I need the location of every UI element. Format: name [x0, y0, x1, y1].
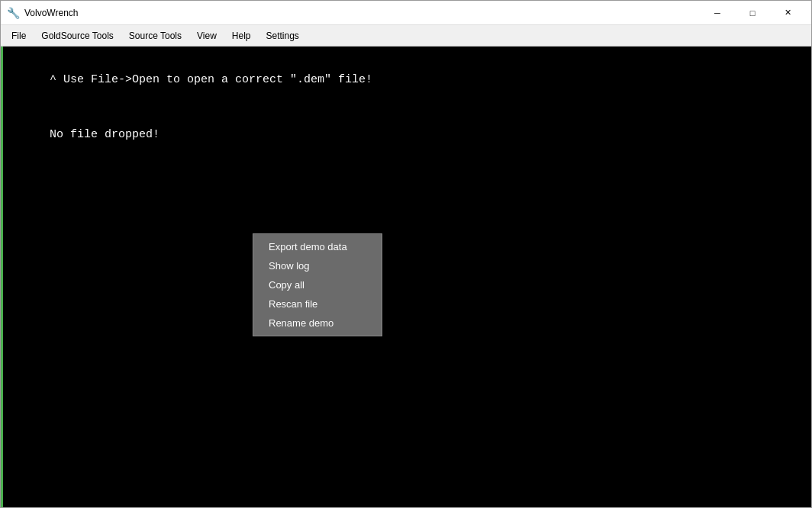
console-output: ^ Use File->Open to open a correct ".dem… [1, 47, 811, 169]
main-window: 🔧 VolvoWrench ─ □ ✕ File GoldSource Tool… [0, 0, 812, 508]
context-menu-copy-all[interactable]: Copy all [253, 275, 382, 294]
minimize-button[interactable]: ─ [700, 1, 735, 25]
maximize-button[interactable]: □ [735, 1, 770, 25]
context-menu-rescan-file[interactable]: Rescan file [253, 294, 382, 313]
menu-goldsource-tools[interactable]: GoldSource Tools [34, 27, 121, 44]
app-icon: 🔧 [7, 7, 20, 19]
close-button[interactable]: ✕ [770, 1, 805, 25]
green-accent [1, 47, 3, 507]
menu-settings[interactable]: Settings [258, 27, 306, 44]
context-menu-show-log[interactable]: Show log [253, 256, 382, 275]
context-menu-export-demo-data[interactable]: Export demo data [253, 237, 382, 256]
console-line2: No file dropped! [50, 128, 160, 141]
main-content: ^ Use File->Open to open a correct ".dem… [1, 47, 811, 507]
window-controls: ─ □ ✕ [700, 1, 805, 25]
menu-bar: File GoldSource Tools Source Tools View … [1, 25, 811, 47]
console-line1: ^ Use File->Open to open a correct ".dem… [50, 73, 372, 86]
menu-file[interactable]: File [4, 27, 34, 44]
menu-view[interactable]: View [189, 27, 224, 44]
context-menu-rename-demo[interactable]: Rename demo [253, 313, 382, 333]
title-bar: 🔧 VolvoWrench ─ □ ✕ [1, 1, 811, 25]
menu-help[interactable]: Help [224, 27, 259, 44]
title-bar-left: 🔧 VolvoWrench [7, 7, 78, 19]
context-menu: Export demo data Show log Copy all Resca… [253, 233, 382, 336]
window-title: VolvoWrench [24, 8, 78, 18]
menu-source-tools[interactable]: Source Tools [121, 27, 189, 44]
